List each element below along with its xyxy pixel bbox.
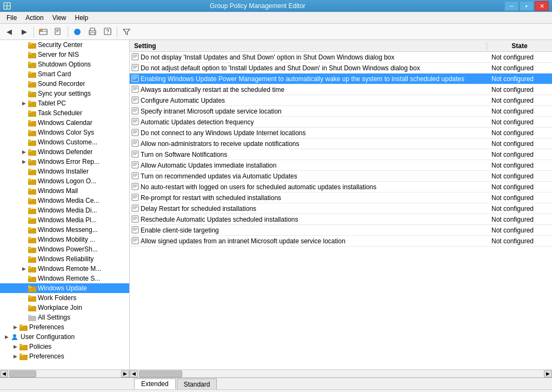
tree-item-2[interactable]: Shutdown Options xyxy=(0,59,129,69)
browse-button[interactable] xyxy=(36,25,50,38)
folder-icon-6 xyxy=(28,100,36,107)
separator-2 xyxy=(68,26,68,37)
table-row-3[interactable]: Always automatically restart at the sche… xyxy=(130,84,552,95)
table-row-9[interactable]: Turn on Software NotificationsNot config… xyxy=(130,149,552,160)
hscroll-right-button[interactable]: ▶ xyxy=(121,370,129,377)
table-row-0[interactable]: Do not display 'Install Updates and Shut… xyxy=(130,52,552,63)
table-hscroll-right-button[interactable]: ▶ xyxy=(544,370,552,377)
table-row-1[interactable]: Do not adjust default option to 'Install… xyxy=(130,63,552,74)
row-state-8: Not configured xyxy=(487,140,552,148)
tree-item-7[interactable]: Task Scheduler xyxy=(0,108,129,118)
tree-item-6[interactable]: ▶Tablet PC xyxy=(0,98,129,108)
tree-label-7: Task Scheduler xyxy=(38,109,82,117)
tree-hscroll[interactable]: ◀ ▶ xyxy=(0,370,130,377)
table-row-13[interactable]: Re-prompt for restart with scheduled ins… xyxy=(130,192,552,203)
tab-extended[interactable]: Extended xyxy=(134,378,176,389)
help-button[interactable] xyxy=(101,25,115,38)
table-row-12[interactable]: No auto-restart with logged on users for… xyxy=(130,182,552,192)
menu-help[interactable]: Help xyxy=(71,12,93,23)
tree-item-4[interactable]: Sound Recorder xyxy=(0,79,129,89)
row-icon-10 xyxy=(130,161,141,170)
tree-expand-6[interactable]: ▶ xyxy=(19,101,28,106)
table-row-11[interactable]: Turn on recommended updates via Automati… xyxy=(130,171,552,182)
tree-expand-30[interactable]: ▶ xyxy=(2,334,11,340)
svg-rect-33 xyxy=(28,91,31,92)
tree-item-3[interactable]: Smart Card xyxy=(0,69,129,79)
menu-view[interactable]: View xyxy=(48,12,71,23)
tree-item-18[interactable]: Windows Media Pl... xyxy=(0,215,129,225)
tree-item-30[interactable]: ▶User Configuration xyxy=(0,332,129,342)
close-button[interactable]: ✕ xyxy=(535,1,549,11)
tree-item-9[interactable]: Windows Color Sys xyxy=(0,128,129,137)
back-button[interactable]: ◀ xyxy=(2,25,16,38)
table-row-6[interactable]: Automatic Updates detection frequencyNot… xyxy=(130,117,552,128)
tree-item-28[interactable]: All Settings xyxy=(0,313,129,322)
table-row-5[interactable]: Specify intranet Microsoft update servic… xyxy=(130,106,552,117)
forward-button[interactable]: ▶ xyxy=(17,25,31,38)
tree-item-24[interactable]: Windows Remote S... xyxy=(0,274,129,283)
tree-item-11[interactable]: ▶Windows Defender xyxy=(0,147,129,157)
table-row-2[interactable]: Enabling Windows Update Power Management… xyxy=(130,74,552,84)
tree-expand-29[interactable]: ▶ xyxy=(11,324,19,330)
tree-item-27[interactable]: Workplace Join xyxy=(0,303,129,313)
tree-expand-12[interactable]: ▶ xyxy=(19,159,28,164)
tree-panel[interactable]: Security CenterServer for NISShutdown Op… xyxy=(0,40,130,369)
horizontal-scroll-area[interactable]: ◀ ▶ ◀ ▶ xyxy=(0,369,552,377)
tree-expand-23[interactable]: ▶ xyxy=(19,266,28,271)
table-hscroll[interactable]: ◀ ▶ xyxy=(130,370,552,377)
tree-item-32[interactable]: ▶Preferences xyxy=(0,351,129,361)
filter-button[interactable] xyxy=(119,25,134,38)
tree-item-23[interactable]: ▶Windows Remote M... xyxy=(0,264,129,274)
folder-icon-20 xyxy=(28,236,36,243)
svg-point-10 xyxy=(74,29,81,35)
tree-item-19[interactable]: Windows Messeng... xyxy=(0,225,129,235)
tree-item-12[interactable]: ▶Windows Error Rep... xyxy=(0,157,129,167)
tree-item-1[interactable]: Server for NIS xyxy=(0,50,129,59)
table-hscroll-thumb[interactable] xyxy=(139,370,182,377)
tree-expand-31[interactable]: ▶ xyxy=(11,344,19,349)
table-row-4[interactable]: Configure Automatic UpdatesNot configure… xyxy=(130,95,552,106)
tree-item-17[interactable]: Windows Media Di... xyxy=(0,205,129,215)
tree-item-15[interactable]: Windows Mail xyxy=(0,186,129,196)
svg-rect-180 xyxy=(132,237,138,244)
settings-table-body[interactable]: Do not display 'Install Updates and Shut… xyxy=(130,52,552,369)
tree-item-29[interactable]: ▶Preferences xyxy=(0,322,129,332)
tree-item-22[interactable]: Windows Reliability xyxy=(0,254,129,264)
folder-icon-17 xyxy=(28,207,36,214)
tree-expand-32[interactable]: ▶ xyxy=(11,354,19,359)
folder-icon-15 xyxy=(28,188,36,195)
tree-item-26[interactable]: Work Folders xyxy=(0,293,129,303)
table-row-7[interactable]: Do not connect to any Windows Update Int… xyxy=(130,128,552,138)
tree-expand-11[interactable]: ▶ xyxy=(19,149,28,155)
table-row-15[interactable]: Reschedule Automatic Updates scheduled i… xyxy=(130,214,552,225)
table-row-10[interactable]: Allow Automatic Updates immediate instal… xyxy=(130,160,552,171)
tree-item-5[interactable]: Sync your settings xyxy=(0,89,129,98)
menu-action[interactable]: Action xyxy=(21,12,48,23)
hscroll-thumb[interactable] xyxy=(9,370,36,377)
restore-button[interactable]: ▪ xyxy=(520,1,534,11)
table-row-14[interactable]: Delay Restart for scheduled installation… xyxy=(130,203,552,214)
tree-item-21[interactable]: Windows PowerSh... xyxy=(0,244,129,254)
tab-standard[interactable]: Standard xyxy=(177,378,217,389)
table-row-8[interactable]: Allow non-administrators to receive upda… xyxy=(130,138,552,149)
tree-item-10[interactable]: Windows Custome... xyxy=(0,137,129,147)
tree-item-8[interactable]: Windows Calendar xyxy=(0,118,129,128)
minimize-button[interactable]: ─ xyxy=(504,1,518,11)
tree-item-20[interactable]: Windows Mobility ... xyxy=(0,235,129,244)
table-hscroll-left-button[interactable]: ◀ xyxy=(130,370,138,377)
svg-rect-51 xyxy=(28,149,31,151)
menu-file[interactable]: File xyxy=(2,12,21,23)
print-button[interactable] xyxy=(85,25,99,38)
table-row-16[interactable]: Enable client-side targetingNot configur… xyxy=(130,225,552,236)
properties-button[interactable] xyxy=(51,25,65,38)
table-row-17[interactable]: Allow signed updates from an intranet Mi… xyxy=(130,236,552,247)
tree-item-14[interactable]: Windows Logon O... xyxy=(0,176,129,186)
tree-item-31[interactable]: ▶Policies xyxy=(0,342,129,351)
tree-item-16[interactable]: Windows Media Ce... xyxy=(0,196,129,205)
hscroll-left-button[interactable]: ◀ xyxy=(0,370,8,377)
tree-item-0[interactable]: Security Center xyxy=(0,40,129,50)
tree-item-25[interactable]: Windows Update xyxy=(0,283,129,293)
tree-item-13[interactable]: Windows Installer xyxy=(0,167,129,176)
folder-icon-14 xyxy=(28,178,36,185)
extend-button[interactable] xyxy=(70,25,84,38)
